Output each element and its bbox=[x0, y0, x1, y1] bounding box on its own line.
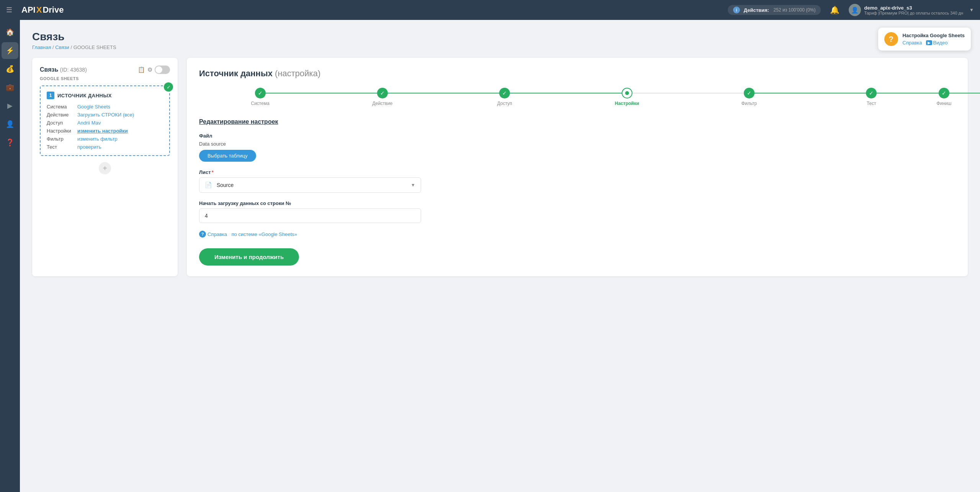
actions-info: i Действия: 252 из 100'000 (0%) bbox=[728, 5, 821, 15]
source-row-sistema: Система Google Sheets bbox=[47, 104, 163, 110]
step-label-finish: Финиш bbox=[937, 101, 952, 106]
google-sheets-link[interactable]: по системе «Google Sheets» bbox=[232, 231, 297, 237]
hamburger-icon[interactable]: ☰ bbox=[6, 6, 12, 14]
select-table-button[interactable]: Выбрать таблицу bbox=[199, 150, 256, 162]
tariff: Тариф |Премиум PRO| до оплаты осталось 3… bbox=[864, 11, 963, 15]
step-nastroyki[interactable]: Настройки bbox=[566, 88, 688, 106]
content-layout: Связь (ID: 43638) 📋 ⚙ GOOGLE SHEETS ✓ 1 … bbox=[32, 58, 968, 276]
file-label: Файл bbox=[199, 133, 956, 139]
play-icon: ▶ bbox=[926, 40, 932, 45]
step-finish[interactable]: ✓ Финиш bbox=[933, 88, 956, 106]
page-title: Связь bbox=[32, 31, 968, 43]
help-content: Настройка Google Sheets Справка ▶ Видео bbox=[903, 33, 965, 46]
source-row-dostup: Доступ Andrii Mav bbox=[47, 120, 163, 126]
sheet-label: Лист* bbox=[199, 169, 956, 175]
steps: ✓ Система ✓ Действие ✓ Доступ Настройки bbox=[199, 88, 956, 106]
connection-icons: 📋 ⚙ bbox=[138, 66, 170, 74]
breadcrumb: Главная / Связи / GOOGLE SHEETS bbox=[32, 44, 968, 50]
step-deystvie[interactable]: ✓ Действие bbox=[321, 88, 443, 106]
step-circle-sistema: ✓ bbox=[255, 88, 266, 98]
logo-api: API bbox=[21, 5, 36, 15]
doc-icon: 📄 bbox=[205, 182, 212, 188]
step-circle-test: ✓ bbox=[866, 88, 877, 98]
step-circle-dostup: ✓ bbox=[499, 88, 510, 98]
info-icon: i bbox=[733, 7, 740, 13]
step-label-deystvie: Действие bbox=[372, 101, 393, 106]
step-label-test: Тест bbox=[867, 101, 876, 106]
help-question-icon: ? bbox=[884, 32, 898, 46]
step-circle-deystvie: ✓ bbox=[377, 88, 388, 98]
add-block-button[interactable]: + bbox=[99, 162, 111, 174]
user-info: demo_apix-drive_s3 Тариф |Премиум PRO| д… bbox=[864, 5, 963, 15]
chevron-down-icon: ▼ bbox=[969, 7, 974, 13]
question-icon: ? bbox=[199, 231, 206, 238]
step-circle-nastroyki bbox=[622, 88, 632, 98]
sidebar-item-billing[interactable]: 💰 bbox=[2, 61, 18, 77]
source-row-filter: Фильтр изменить фильтр bbox=[47, 136, 163, 142]
help-title: Настройка Google Sheets bbox=[903, 33, 965, 38]
step-sistema[interactable]: ✓ Система bbox=[199, 88, 321, 106]
source-label: ИСТОЧНИК ДАННЫХ bbox=[57, 93, 112, 98]
actions-count: 252 из 100'000 (0%) bbox=[774, 7, 816, 13]
source-number: 1 bbox=[47, 92, 54, 99]
section-title: Редактирование настроек bbox=[199, 118, 956, 125]
toggle-switch[interactable] bbox=[155, 66, 170, 74]
step-filtr[interactable]: ✓ Фильтр bbox=[688, 88, 810, 106]
connection-id: (ID: 43638) bbox=[60, 67, 87, 73]
connection-title: Связь (ID: 43638) bbox=[40, 66, 87, 73]
source-row-nastroyki: Настройки изменить настройки bbox=[47, 128, 163, 134]
main-content: Связь Главная / Связи / GOOGLE SHEETS Св… bbox=[20, 20, 980, 492]
step-test[interactable]: ✓ Тест bbox=[810, 88, 933, 106]
logo: APIXDrive bbox=[21, 5, 64, 15]
sidebar: 🏠 ⚡ 💰 💼 ▶ 👤 ❓ bbox=[0, 20, 20, 492]
step-label-sistema: Система bbox=[251, 101, 270, 106]
chevron-down-icon: ▼ bbox=[411, 182, 415, 188]
step-dostup[interactable]: ✓ Доступ bbox=[444, 88, 566, 106]
avatar: 👤 bbox=[849, 4, 861, 16]
connection-header: Связь (ID: 43638) 📋 ⚙ bbox=[40, 66, 170, 74]
left-panel: Связь (ID: 43638) 📋 ⚙ GOOGLE SHEETS ✓ 1 … bbox=[32, 58, 178, 276]
change-settings-link[interactable]: изменить настройки bbox=[77, 128, 128, 134]
sidebar-item-connections[interactable]: ⚡ bbox=[2, 42, 18, 59]
step-label-dostup: Доступ bbox=[497, 101, 512, 106]
sidebar-item-home[interactable]: 🏠 bbox=[2, 24, 18, 41]
gear-icon[interactable]: ⚙ bbox=[147, 66, 152, 73]
source-row-deystvie: Действие Загрузить СТРОКИ (все) bbox=[47, 112, 163, 118]
copy-icon[interactable]: 📋 bbox=[138, 66, 145, 73]
right-panel: Источник данных (настройка) ✓ Система ✓ … bbox=[187, 58, 968, 276]
video-badge[interactable]: ▶ Видео bbox=[926, 40, 948, 46]
step-label-nastroyki: Настройки bbox=[615, 101, 639, 106]
service-badge: GOOGLE SHEETS bbox=[40, 76, 170, 81]
start-row-input[interactable] bbox=[199, 208, 421, 223]
help-widget: ? Настройка Google Sheets Справка ▶ Виде… bbox=[878, 28, 971, 51]
source-card-header: 1 ИСТОЧНИК ДАННЫХ bbox=[47, 92, 163, 99]
sidebar-item-work[interactable]: 💼 bbox=[2, 79, 18, 96]
help-link[interactable]: ? Справка по системе «Google Sheets» bbox=[199, 231, 956, 238]
source-rows: Система Google Sheets Действие Загрузить… bbox=[47, 104, 163, 150]
breadcrumb-connections[interactable]: Связи bbox=[55, 44, 69, 50]
start-row-field-group: Начать загрузку данных со строки № bbox=[199, 200, 956, 223]
sidebar-item-help[interactable]: ❓ bbox=[2, 134, 18, 151]
topnav: ☰ APIXDrive i Действия: 252 из 100'000 (… bbox=[0, 0, 980, 20]
help-links: Справка ▶ Видео bbox=[903, 40, 965, 46]
sheet-value: Source bbox=[217, 182, 234, 188]
step-circle-filtr: ✓ bbox=[744, 88, 755, 98]
breadcrumb-current: GOOGLE SHEETS bbox=[74, 44, 116, 50]
sidebar-item-video[interactable]: ▶ bbox=[2, 97, 18, 114]
help-docs-link[interactable]: Справка bbox=[903, 40, 922, 46]
user-menu[interactable]: 👤 demo_apix-drive_s3 Тариф |Премиум PRO|… bbox=[849, 4, 974, 16]
logo-x: X bbox=[36, 5, 42, 15]
breadcrumb-home[interactable]: Главная bbox=[32, 44, 51, 50]
save-button[interactable]: Изменить и продолжить bbox=[199, 248, 299, 266]
file-field-group: Файл Data source Выбрать таблицу bbox=[199, 133, 956, 162]
step-label-filtr: Фильтр bbox=[742, 101, 757, 106]
actions-label: Действия: bbox=[744, 7, 769, 13]
start-row-label: Начать загрузку данных со строки № bbox=[199, 200, 956, 206]
bell-icon[interactable]: 🔔 bbox=[830, 5, 840, 15]
sidebar-item-profile[interactable]: 👤 bbox=[2, 116, 18, 133]
sheet-select[interactable]: 📄 Source ▼ bbox=[199, 177, 421, 193]
card-check-icon: ✓ bbox=[164, 82, 173, 92]
source-card: ✓ 1 ИСТОЧНИК ДАННЫХ Система Google Sheet… bbox=[40, 85, 170, 156]
logo-drive: Drive bbox=[42, 5, 64, 15]
panel-title: Источник данных (настройка) bbox=[199, 69, 956, 79]
